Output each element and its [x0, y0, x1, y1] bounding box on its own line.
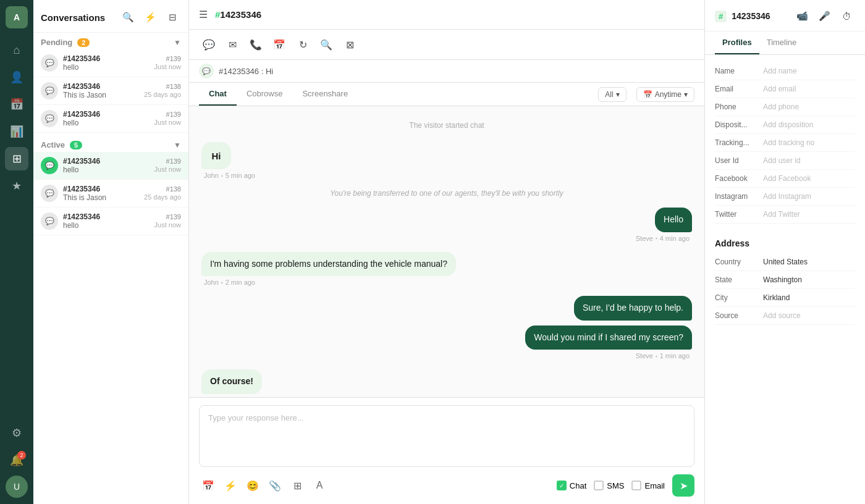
- mic-icon[interactable]: 🎤: [816, 7, 833, 25]
- search-toolbar-icon[interactable]: 🔍: [316, 35, 336, 54]
- field-label: Tracking...: [715, 138, 758, 147]
- phone-icon[interactable]: 📞: [246, 35, 266, 54]
- reply-input[interactable]: [199, 405, 694, 467]
- reply-options: ✓ Chat SMS Email ➤: [557, 474, 694, 497]
- messages-area: The visitor started chat Hi John • 5 min…: [189, 106, 704, 397]
- address-field[interactable]: Country United States: [715, 253, 855, 271]
- reply-box: 📅 ⚡ 😊 📎 ⊞ A ✓ Chat SMS Email: [189, 397, 704, 504]
- active-list-item[interactable]: 💬 #14235346 #139 hello Just now: [33, 152, 188, 180]
- apps-icon[interactable]: ⊞: [288, 476, 306, 495]
- menu-icon[interactable]: ☰: [199, 9, 208, 20]
- pending-list-item[interactable]: 💬 #14235346 #139 hello Just now: [33, 105, 188, 133]
- sender-name: Steve: [636, 235, 653, 242]
- message-time: 1 min ago: [660, 352, 690, 359]
- video-icon[interactable]: 📹: [793, 7, 811, 25]
- pending-badge: 2: [77, 38, 90, 47]
- sidebar-item-analytics[interactable]: 📊: [5, 120, 28, 143]
- conv-item-time: Just now: [154, 221, 181, 230]
- tab-cobrowse[interactable]: Cobrowse: [237, 83, 293, 106]
- refresh-icon[interactable]: ↻: [293, 35, 313, 54]
- calendar-filter-icon: 📅: [643, 90, 652, 99]
- address-field[interactable]: City Kirkland: [715, 289, 855, 307]
- sidebar-item-starred[interactable]: ★: [5, 174, 28, 198]
- tab-screenshare[interactable]: Screenshare: [292, 83, 358, 106]
- chat-checkbox[interactable]: ✓: [557, 481, 567, 490]
- profile-field[interactable]: Email Add email: [715, 80, 855, 98]
- conv-item-msg: hello: [63, 119, 78, 127]
- profile-fields: Name Add name Email Add email Phone Add …: [705, 55, 865, 231]
- field-label: Twitter: [715, 210, 758, 219]
- profile-field[interactable]: Twitter Add Twitter: [715, 206, 855, 224]
- pending-list-item[interactable]: 💬 #14235346 #139 hello Just now: [33, 49, 188, 77]
- mention-text: #14235346 : Hi: [219, 67, 273, 76]
- search-button[interactable]: 🔍: [119, 9, 137, 26]
- active-list-item[interactable]: 💬 #14235346 #138 This is Jason 25 days a…: [33, 180, 188, 208]
- filter-sort-button[interactable]: ⚡: [141, 9, 159, 26]
- pending-section-header[interactable]: Pending 2 ▼: [33, 33, 188, 49]
- filter-button[interactable]: ⊟: [164, 9, 181, 26]
- emoji-icon[interactable]: 😊: [243, 476, 262, 495]
- sms-checkbox[interactable]: [594, 481, 604, 490]
- profile-field[interactable]: Tracking... Add tracking no: [715, 134, 855, 152]
- sidebar-item-notifications[interactable]: 🔔 2: [5, 448, 28, 472]
- timer-icon[interactable]: ⏱: [838, 7, 855, 25]
- tab-timeline[interactable]: Timeline: [759, 32, 804, 54]
- chat-option[interactable]: ✓ Chat: [557, 481, 586, 490]
- sms-option[interactable]: SMS: [594, 481, 624, 490]
- user-avatar[interactable]: U: [6, 476, 28, 498]
- address-section: Address Country United States State Wash…: [705, 231, 865, 325]
- conv-item-msg: hello: [63, 166, 78, 174]
- conv-item-num: #138: [166, 83, 181, 90]
- send-button[interactable]: ➤: [672, 474, 694, 497]
- profile-field[interactable]: Phone Add phone: [715, 98, 855, 116]
- profile-field[interactable]: Name Add name: [715, 62, 855, 80]
- active-label: Active: [41, 140, 65, 149]
- conversations-header-icons: 🔍 ⚡ ⊟: [119, 9, 181, 26]
- conv-item-id: #14235346: [63, 54, 100, 63]
- mute-icon[interactable]: ⊠: [340, 35, 360, 54]
- lightning-icon[interactable]: ⚡: [221, 476, 240, 495]
- sidebar-item-calendar[interactable]: 📅: [5, 93, 28, 116]
- tab-chat[interactable]: Chat: [199, 83, 237, 106]
- conv-item-id: #14235346: [63, 185, 100, 193]
- profile-field[interactable]: User Id Add user id: [715, 152, 855, 170]
- email-option[interactable]: Email: [631, 481, 665, 490]
- pending-list-item[interactable]: 💬 #14235346 #138 This is Jason 25 days a…: [33, 77, 188, 105]
- address-field[interactable]: State Washington: [715, 271, 855, 289]
- conv-item-msg: This is Jason: [63, 91, 106, 99]
- chat-tabs: Chat Cobrowse Screenshare: [199, 83, 358, 106]
- sidebar-item-contacts[interactable]: 👤: [5, 65, 28, 89]
- filter-anytime-button[interactable]: 📅 Anytime ▾: [636, 87, 694, 102]
- active-list-item[interactable]: 💬 #14235346 #139 hello Just now: [33, 208, 188, 235]
- chat-option-label: Chat: [570, 481, 586, 490]
- email-icon[interactable]: ✉: [222, 35, 242, 54]
- conv-item-time: 25 days ago: [144, 193, 181, 202]
- profile-field[interactable]: Instagram Add Instagram: [715, 188, 855, 206]
- format-icon[interactable]: A: [310, 476, 329, 495]
- message-time: 5 min ago: [226, 172, 255, 179]
- conv-avatar: 💬: [41, 110, 58, 127]
- right-panel: # 14235346 📹 🎤 ⏱ Profiles Timeline Name …: [704, 0, 865, 504]
- chat-toolbar: 💬 ✉ 📞 📅 ↻ 🔍 ⊠: [189, 30, 704, 60]
- address-field-value: Washington: [763, 275, 855, 284]
- tab-profiles[interactable]: Profiles: [715, 32, 759, 54]
- sidebar-item-settings[interactable]: ⚙: [5, 421, 28, 445]
- field-value: Add user id: [763, 156, 855, 165]
- profile-field[interactable]: Facebook Add Facebook: [715, 170, 855, 188]
- calendar-icon[interactable]: 📅: [269, 35, 289, 54]
- field-value: Add name: [763, 67, 855, 75]
- sidebar-item-home[interactable]: ⌂: [5, 38, 28, 62]
- app-logo[interactable]: A: [6, 6, 28, 28]
- attach-icon[interactable]: 📎: [266, 476, 284, 495]
- notifications-badge: 2: [17, 451, 26, 460]
- calendar-reply-icon[interactable]: 📅: [199, 476, 217, 495]
- profile-field[interactable]: Disposit... Add disposition: [715, 116, 855, 134]
- active-section-header[interactable]: Active 5 ▼: [33, 135, 188, 152]
- system-start-message: The visitor started chat: [201, 119, 692, 132]
- filter-all-button[interactable]: All ▾: [598, 87, 626, 102]
- chat-icon[interactable]: 💬: [199, 35, 219, 54]
- email-checkbox[interactable]: [631, 481, 641, 490]
- sidebar-item-apps[interactable]: ⊞: [5, 147, 28, 170]
- field-label: Email: [715, 85, 758, 93]
- address-field[interactable]: Source Add source: [715, 307, 855, 325]
